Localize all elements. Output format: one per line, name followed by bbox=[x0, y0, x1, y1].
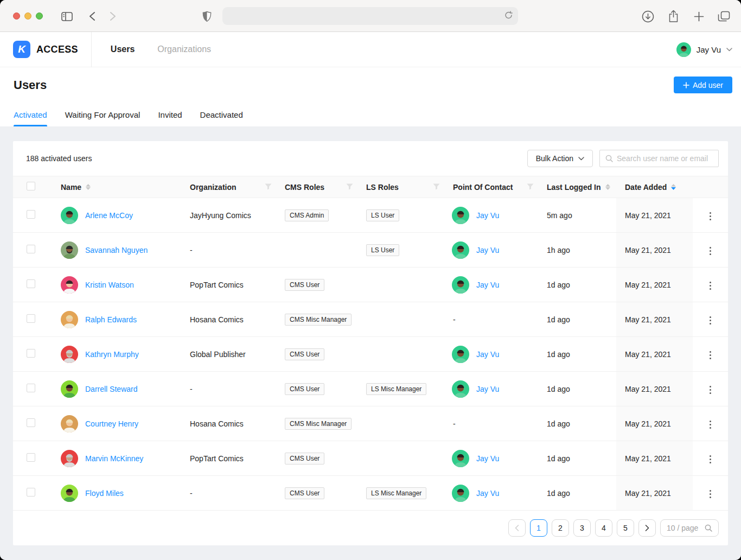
access-logo-icon[interactable]: K bbox=[13, 41, 30, 58]
app-header: K ACCESS Users Organizations Jay Vu bbox=[0, 32, 741, 67]
poc-name-link[interactable]: Jay Vu bbox=[476, 246, 499, 254]
user-name-link[interactable]: Kristin Watson bbox=[85, 281, 134, 289]
row-checkbox[interactable] bbox=[27, 279, 35, 288]
back-button[interactable] bbox=[85, 9, 99, 23]
page-size-select[interactable]: 10 / page bbox=[660, 519, 719, 537]
last-logged-in-cell: 1d ago bbox=[541, 337, 616, 372]
organization-cell: JayHyung Comics bbox=[184, 198, 279, 233]
sort-icon[interactable] bbox=[605, 184, 610, 190]
user-name-link[interactable]: Savannah Nguyen bbox=[85, 246, 148, 254]
close-window-button[interactable] bbox=[13, 12, 20, 20]
row-actions-kebab-icon[interactable] bbox=[706, 278, 714, 293]
date-added-cell: May 21, 2021 bbox=[616, 406, 693, 441]
role-tag: CMS User bbox=[285, 383, 324, 395]
forward-button[interactable] bbox=[106, 9, 120, 23]
user-name-link[interactable]: Marvin McKinney bbox=[85, 454, 143, 463]
add-user-button[interactable]: Add user bbox=[674, 77, 732, 93]
search-input[interactable] bbox=[617, 154, 715, 163]
organization-cell: PopTart Comics bbox=[184, 441, 279, 476]
users-table: Name Organization CMS Roles LS Roles Poi… bbox=[13, 176, 728, 511]
user-name-link[interactable]: Kathryn Murphy bbox=[85, 350, 139, 359]
user-name-link[interactable]: Ralph Edwards bbox=[85, 315, 137, 324]
poc-name-link[interactable]: Jay Vu bbox=[476, 454, 499, 463]
user-avatar bbox=[61, 415, 78, 432]
sidebar-toggle-icon[interactable] bbox=[60, 9, 74, 23]
filter-icon[interactable] bbox=[346, 183, 353, 192]
poc-name-link[interactable]: Jay Vu bbox=[476, 211, 499, 220]
zoom-window-button[interactable] bbox=[36, 12, 43, 20]
sort-descend-icon[interactable] bbox=[671, 184, 676, 190]
row-checkbox[interactable] bbox=[27, 453, 35, 462]
role-tag: CMS User bbox=[285, 348, 324, 360]
role-tag: LS Misc Manager bbox=[366, 383, 426, 395]
tab-deactivated[interactable]: Deactivated bbox=[200, 110, 243, 126]
row-actions-kebab-icon[interactable] bbox=[706, 348, 714, 362]
search-box bbox=[599, 150, 719, 167]
row-checkbox[interactable] bbox=[27, 384, 35, 392]
row-checkbox[interactable] bbox=[27, 418, 35, 427]
tab-activated[interactable]: Activated bbox=[14, 110, 47, 126]
minimize-window-button[interactable] bbox=[24, 12, 31, 20]
nav-item-users[interactable]: Users bbox=[111, 44, 135, 54]
reload-icon[interactable] bbox=[504, 11, 513, 22]
filter-icon[interactable] bbox=[527, 183, 534, 192]
filter-icon[interactable] bbox=[433, 183, 440, 192]
user-name-link[interactable]: Darrell Steward bbox=[85, 385, 137, 393]
page-button-5[interactable]: 5 bbox=[617, 519, 634, 537]
row-actions-kebab-icon[interactable] bbox=[706, 244, 714, 258]
tab-invited[interactable]: Invited bbox=[158, 110, 182, 126]
date-added-cell: May 21, 2021 bbox=[616, 337, 693, 372]
row-actions-kebab-icon[interactable] bbox=[706, 383, 714, 397]
poc-name-link[interactable]: Jay Vu bbox=[476, 350, 499, 359]
page-button-2[interactable]: 2 bbox=[552, 519, 569, 537]
prev-page-button[interactable] bbox=[508, 519, 526, 537]
point-of-contact-cell: - bbox=[448, 406, 541, 441]
page-button-4[interactable]: 4 bbox=[595, 519, 612, 537]
row-checkbox[interactable] bbox=[27, 349, 35, 358]
user-name-link[interactable]: Floyd Miles bbox=[85, 489, 124, 498]
new-tab-icon[interactable] bbox=[692, 9, 706, 23]
tab-overview-icon[interactable] bbox=[717, 9, 731, 23]
address-bar[interactable] bbox=[222, 7, 518, 25]
user-avatar bbox=[61, 450, 78, 467]
nav-item-organizations[interactable]: Organizations bbox=[157, 44, 211, 54]
last-logged-in-cell: 1d ago bbox=[541, 441, 616, 476]
poc-name-link[interactable]: Jay Vu bbox=[476, 385, 499, 393]
row-checkbox[interactable] bbox=[27, 314, 35, 323]
poc-name-link[interactable]: Jay Vu bbox=[476, 489, 499, 498]
date-added-cell: May 21, 2021 bbox=[616, 372, 693, 406]
row-actions-kebab-icon[interactable] bbox=[706, 417, 714, 432]
page-button-3[interactable]: 3 bbox=[573, 519, 591, 537]
privacy-shield-icon[interactable] bbox=[200, 9, 214, 23]
row-checkbox[interactable] bbox=[27, 245, 35, 253]
date-added-cell: May 21, 2021 bbox=[616, 441, 693, 476]
chevron-left-icon bbox=[515, 525, 519, 531]
row-actions-kebab-icon[interactable] bbox=[706, 487, 714, 501]
bulk-action-dropdown[interactable]: Bulk Action bbox=[527, 150, 593, 167]
user-cell: Kristin Watson bbox=[61, 276, 184, 294]
row-checkbox[interactable] bbox=[27, 210, 35, 219]
row-actions-kebab-icon[interactable] bbox=[706, 313, 714, 328]
user-avatar bbox=[61, 241, 78, 259]
poc-name-link[interactable]: Jay Vu bbox=[476, 281, 499, 289]
account-menu[interactable]: Jay Vu bbox=[676, 42, 732, 57]
filter-icon[interactable] bbox=[265, 183, 272, 192]
next-page-button[interactable] bbox=[638, 519, 656, 537]
user-name-link[interactable]: Arlene McCoy bbox=[85, 211, 133, 220]
sort-icon[interactable] bbox=[86, 184, 91, 190]
page-button-1[interactable]: 1 bbox=[530, 519, 547, 537]
role-tag: CMS User bbox=[285, 279, 324, 291]
tab-waiting-for-approval[interactable]: Waiting For Approval bbox=[65, 110, 140, 126]
share-icon[interactable] bbox=[666, 9, 680, 23]
row-actions-kebab-icon[interactable] bbox=[706, 209, 714, 224]
table-row: Darrell Steward-CMS UserLS Misc ManagerJ… bbox=[13, 372, 728, 406]
row-checkbox[interactable] bbox=[27, 488, 35, 497]
chevron-right-icon bbox=[645, 525, 649, 531]
poc-avatar bbox=[452, 450, 469, 467]
last-logged-in-cell: 5m ago bbox=[541, 198, 616, 233]
row-actions-kebab-icon[interactable] bbox=[706, 452, 714, 467]
user-name-link[interactable]: Courtney Henry bbox=[85, 419, 138, 428]
downloads-icon[interactable] bbox=[641, 9, 655, 23]
select-all-checkbox[interactable] bbox=[27, 182, 35, 190]
organization-cell: - bbox=[184, 476, 279, 511]
